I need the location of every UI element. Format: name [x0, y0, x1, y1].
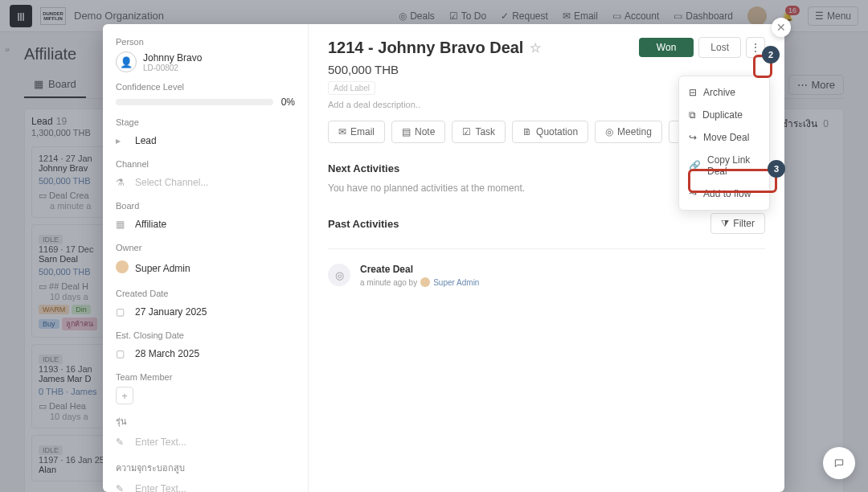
star-icon[interactable]: ☆ [530, 40, 541, 55]
filter-button[interactable]: ⧩ Filter [710, 213, 765, 234]
note-button[interactable]: ▤ Note [391, 121, 445, 143]
menu-duplicate[interactable]: ⧉Duplicate [679, 104, 769, 126]
close-icon[interactable]: ✕ [772, 18, 791, 37]
person-label: Person [116, 37, 295, 47]
menu-move[interactable]: ↪Move Deal [679, 126, 769, 149]
activity-icon: ◎ [328, 264, 350, 286]
email-button[interactable]: ✉ Email [328, 121, 385, 143]
won-button[interactable]: Won [639, 38, 694, 57]
channel-select[interactable]: ⚗Select Channel... [116, 174, 295, 191]
board-field[interactable]: ▦Affiliate [116, 215, 295, 233]
menu-add-to-flow[interactable]: ⤳Add to flow [679, 182, 769, 205]
person-name[interactable]: Johnny Bravo [143, 52, 202, 64]
funnel-icon: ⧩ [721, 218, 729, 229]
deal-amount: 500,000 THB [328, 63, 765, 76]
lost-button[interactable]: Lost [698, 37, 741, 58]
move-icon: ↪ [689, 132, 697, 143]
person-id: LD-00802 [143, 64, 202, 72]
add-label-button[interactable]: Add Label [328, 81, 375, 95]
deal-title: 1214 - Johnny Bravo Deal ☆ [328, 39, 541, 57]
quotation-button[interactable]: 🗎 Quotation [512, 121, 588, 143]
past-activities-heading: Past Activities [328, 218, 399, 230]
confidence-bar[interactable] [116, 99, 273, 105]
custom-field-1[interactable]: ✎Enter Text... [116, 433, 295, 451]
archive-icon: ⊟ [689, 87, 697, 98]
owner-field[interactable]: Super Admin [116, 257, 295, 279]
kebab-dropdown: ⊟Archive ⧉Duplicate ↪Move Deal 🔗Copy Lin… [678, 76, 770, 211]
duplicate-icon: ⧉ [689, 109, 696, 121]
flow-icon: ⤳ [689, 188, 697, 199]
custom-field-2[interactable]: ✎Enter Text... [116, 480, 295, 492]
menu-copy-link[interactable]: 🔗Copy Link Deal [679, 149, 769, 182]
activity-item: ◎ Create Deal a minute ago by Super Admi… [328, 264, 765, 287]
menu-archive[interactable]: ⊟Archive [679, 81, 769, 104]
meeting-button[interactable]: ◎ Meeting [595, 121, 662, 143]
mini-avatar [420, 277, 430, 287]
person-avatar-icon: 👤 [116, 51, 137, 72]
est-close-date[interactable]: ▢28 March 2025 [116, 345, 295, 363]
chat-launcher[interactable] [823, 447, 855, 479]
stage-field[interactable]: ▸Lead [116, 132, 295, 150]
link-icon: 🔗 [689, 160, 701, 171]
task-button[interactable]: ☑ Task [452, 121, 506, 143]
add-member-button[interactable]: + [116, 387, 133, 404]
confidence-pct: 0% [281, 96, 295, 108]
created-date[interactable]: ▢27 January 2025 [116, 303, 295, 321]
